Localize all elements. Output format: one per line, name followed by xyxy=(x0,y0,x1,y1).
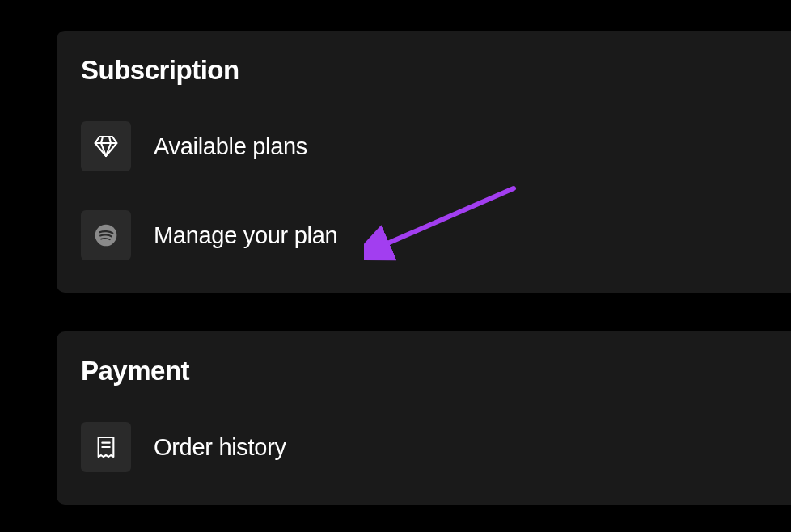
order-history-label: Order history xyxy=(154,434,286,461)
subscription-title: Subscription xyxy=(81,55,767,86)
available-plans-item[interactable]: Available plans xyxy=(81,121,767,171)
spotify-icon xyxy=(81,210,131,260)
diamond-icon xyxy=(81,121,131,171)
manage-plan-label: Manage your plan xyxy=(154,222,337,249)
payment-card: Payment Order history xyxy=(57,331,791,505)
receipt-icon xyxy=(81,422,131,472)
manage-plan-item[interactable]: Manage your plan xyxy=(81,210,767,260)
available-plans-label: Available plans xyxy=(154,133,307,160)
payment-title: Payment xyxy=(81,356,767,386)
subscription-card: Subscription Available plans Manage your… xyxy=(57,31,791,293)
order-history-item[interactable]: Order history xyxy=(81,422,767,472)
